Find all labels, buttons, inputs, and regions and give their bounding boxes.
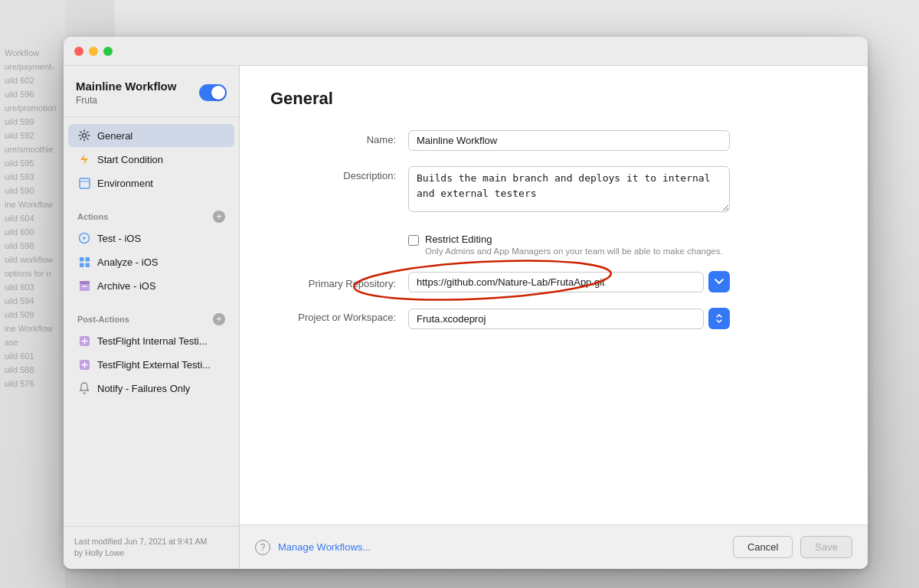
sidebar-item-notify-failures[interactable]: Notify - Failures Only xyxy=(68,377,234,400)
post-actions-section-title: Post-Actions xyxy=(77,315,129,324)
bg-item: uild 592 xyxy=(0,129,65,142)
window-body: Mainline Workflow Fruta General xyxy=(64,66,868,569)
sidebar-title-area: Mainline Workflow Fruta xyxy=(76,80,176,106)
svg-rect-1 xyxy=(80,178,90,188)
actions-add-button[interactable]: + xyxy=(213,211,225,223)
bg-item: ure/promotion xyxy=(0,101,65,115)
bg-item: uild 603 xyxy=(0,280,65,294)
page-title: General xyxy=(270,89,837,109)
primary-repo-label: Primary Repository: xyxy=(270,274,408,289)
project-workspace-label: Project or Workspace: xyxy=(270,308,408,323)
restrict-editing-control: Restrict Editing Only Admins and App Man… xyxy=(408,230,730,256)
project-workspace-input[interactable] xyxy=(408,309,704,329)
sidebar: Mainline Workflow Fruta General xyxy=(64,66,240,569)
sidebar-item-notify-failures-label: Notify - Failures Only xyxy=(97,383,190,394)
play-circle-icon xyxy=(77,231,91,245)
primary-repo-input[interactable] xyxy=(408,272,704,292)
sidebar-footer-author: by Holly Lowe xyxy=(74,547,228,560)
workflow-toggle[interactable] xyxy=(199,84,227,101)
bg-item: uild workflow xyxy=(0,253,65,266)
restrict-editing-row: Restrict Editing Only Admins and App Man… xyxy=(270,230,837,256)
bg-item: uild 588 xyxy=(0,363,65,377)
sidebar-item-testflight-external[interactable]: TestFlight External Testi... xyxy=(68,353,234,376)
manage-workflows-button[interactable]: Manage Workflows... xyxy=(278,541,371,553)
svg-rect-6 xyxy=(80,263,84,267)
bg-item: Workflow xyxy=(0,46,65,60)
bg-item: uild 602 xyxy=(0,74,65,87)
window-fullscreen-dot[interactable] xyxy=(103,47,113,56)
cancel-button[interactable]: Cancel xyxy=(733,536,793,558)
bg-item: uild 576 xyxy=(0,377,65,390)
window-minimize-dot[interactable] xyxy=(89,47,98,56)
bg-item: ine Workflow xyxy=(0,322,65,335)
sidebar-item-environment[interactable]: Environment xyxy=(68,172,234,194)
bg-item: uild 604 xyxy=(0,211,65,225)
sidebar-workflow-project: Fruta xyxy=(76,95,176,106)
restrict-editing-spacer xyxy=(270,230,408,234)
sidebar-footer-modified: Last modified Jun 7, 2021 at 9:41 AM xyxy=(74,536,228,548)
grid-icon xyxy=(77,255,91,269)
name-control xyxy=(408,130,730,151)
bell-icon xyxy=(77,381,91,395)
bg-item: uild 600 xyxy=(0,225,65,239)
post-actions-add-button[interactable]: + xyxy=(213,313,225,325)
sidebar-item-test-ios-label: Test - iOS xyxy=(97,233,141,244)
archive-icon xyxy=(77,279,91,292)
sidebar-item-analyze-ios-label: Analyze - iOS xyxy=(97,256,158,268)
restrict-editing-help: Only Admins and App Managers on your tea… xyxy=(425,247,723,256)
svg-rect-5 xyxy=(85,257,90,262)
help-button[interactable]: ? xyxy=(255,540,270,555)
sidebar-item-environment-label: Environment xyxy=(97,178,153,189)
description-input[interactable] xyxy=(408,166,730,212)
project-workspace-row: Project or Workspace: xyxy=(270,308,837,329)
sidebar-item-test-ios[interactable]: Test - iOS xyxy=(68,227,234,250)
window-close-dot[interactable] xyxy=(74,47,83,56)
bg-item: uild 601 xyxy=(0,349,65,363)
primary-repo-dropdown-button[interactable] xyxy=(708,271,730,292)
svg-rect-9 xyxy=(80,281,90,284)
bg-item: ase xyxy=(0,335,65,349)
sidebar-workflow-title: Mainline Workflow xyxy=(76,80,176,93)
sidebar-footer: Last modified Jun 7, 2021 at 9:41 AM by … xyxy=(64,526,239,570)
testflight-internal-icon xyxy=(77,334,91,348)
name-label: Name: xyxy=(270,130,408,145)
sidebar-item-archive-ios-label: Archive - iOS xyxy=(97,280,156,292)
sidebar-item-archive-ios[interactable]: Archive - iOS xyxy=(68,274,234,297)
sidebar-header: Mainline Workflow Fruta xyxy=(64,66,239,117)
sidebar-item-general-label: General xyxy=(97,130,132,142)
sidebar-item-testflight-internal[interactable]: TestFlight Internal Testi... xyxy=(68,329,234,352)
description-control xyxy=(408,166,730,215)
bottom-bar: ? Manage Workflows... Cancel Save xyxy=(240,524,868,569)
project-workspace-stepper-button[interactable] xyxy=(708,308,730,329)
content-area: General Name: Description: xyxy=(240,66,868,524)
window-chrome xyxy=(64,37,868,66)
modal-window: Mainline Workflow Fruta General xyxy=(64,37,868,569)
post-actions-nav: TestFlight Internal Testi... TestFlight … xyxy=(64,328,239,407)
restrict-editing-checkbox[interactable] xyxy=(408,235,419,246)
bg-item: ure/smoothie xyxy=(0,142,65,156)
bg-item: ure/payment- xyxy=(0,60,65,74)
bg-item: options for n xyxy=(0,266,65,280)
svg-rect-8 xyxy=(80,283,90,291)
testflight-external-icon xyxy=(77,358,91,371)
bg-item: uild 590 xyxy=(0,184,65,198)
bg-items: Workflow ure/payment- uild 602 uild 596 … xyxy=(0,0,65,588)
sidebar-nav: General Start Condition xyxy=(64,117,239,201)
sidebar-item-general[interactable]: General xyxy=(68,124,234,147)
project-workspace-control xyxy=(408,308,730,329)
save-button[interactable]: Save xyxy=(800,536,852,558)
sidebar-item-analyze-ios[interactable]: Analyze - iOS xyxy=(68,250,234,273)
bg-item: ine Workflow xyxy=(0,198,65,211)
box-icon xyxy=(77,176,91,190)
sidebar-item-testflight-internal-label: TestFlight Internal Testi... xyxy=(97,335,208,347)
bg-item: uild 595 xyxy=(0,156,65,170)
name-row: Name: xyxy=(270,130,837,151)
name-input[interactable] xyxy=(408,130,730,151)
primary-repo-control xyxy=(408,271,730,292)
sidebar-item-start-condition-label: Start Condition xyxy=(97,154,163,165)
gear-icon xyxy=(77,129,91,142)
bg-item: uild 594 xyxy=(0,294,65,308)
primary-repo-row: Primary Repository: xyxy=(270,271,837,292)
lightning-icon xyxy=(77,152,91,166)
sidebar-item-start-condition[interactable]: Start Condition xyxy=(68,148,234,171)
